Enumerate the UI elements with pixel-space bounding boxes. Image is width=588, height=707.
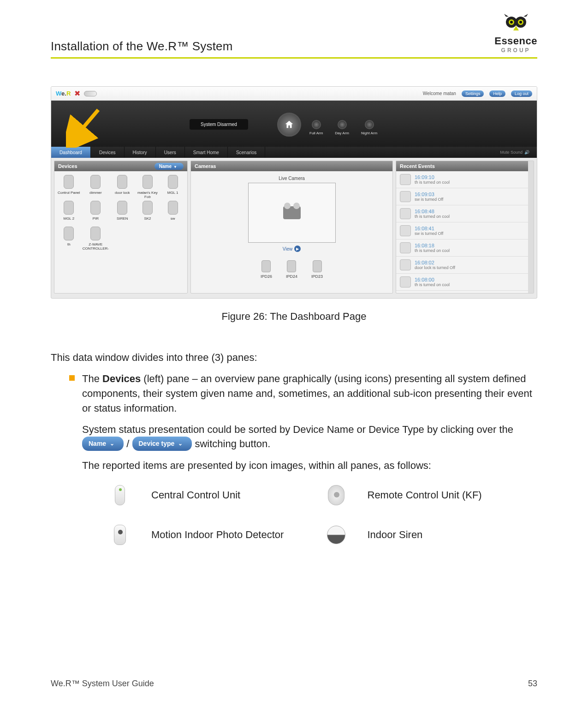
full-arm-button[interactable]: Full Arm [309,120,323,135]
device-item[interactable]: SIREN [111,201,134,225]
device-label: th [67,242,71,251]
device-label: MGL 1 [167,191,178,199]
event-row[interactable]: 16:08:00th is turned on cool [396,274,534,291]
device-item[interactable]: door lock [111,175,134,199]
device-icon [143,201,153,215]
device-type-pill-inline[interactable]: Device type [132,437,192,450]
device-icon [168,201,178,215]
device-item[interactable]: MGL 1 [161,175,184,199]
home-button[interactable] [277,113,301,137]
camera-thumb-label: IPD23 [311,274,323,279]
event-desc: sw is turned Off [415,231,443,236]
tab-smart-home[interactable]: Smart Home [185,147,228,158]
brand-logo: Essence GROUP [494,14,537,54]
device-item[interactable]: Z-WAVE CONTROLLER-0 [83,227,109,251]
svg-point-5 [519,21,522,24]
device-item[interactable]: PIR [83,201,109,225]
devices-pane: Devices Name Control Paneldimmerdoor loc… [54,161,188,294]
intro-text: This data window divides into three (3) … [51,350,537,365]
device-icon [90,201,101,215]
live-camera-view[interactable] [248,183,336,243]
keyfob-icon [326,482,346,508]
dashboard-screenshot: We.R ✖ Welcome matan Settings Help Log o… [51,86,537,299]
logout-button[interactable]: Log out [511,90,532,97]
event-time: 16:08:02 [415,260,455,265]
event-desc: sw is turned Off [415,197,443,202]
name-pill-inline[interactable]: Name [82,437,124,450]
tab-users[interactable]: Users [156,147,185,158]
device-item[interactable]: SK2 [136,201,160,225]
device-label: door lock [115,191,130,199]
para-sort: System status presentation could be sort… [82,422,537,452]
event-row[interactable]: 16:09:10th is turned on cool [396,171,534,188]
event-desc: th is turned on cool [415,214,450,219]
event-time: 16:08:41 [415,226,443,231]
event-time: 16:09:10 [415,174,450,180]
device-icon [64,175,74,189]
siren-label: Indoor Siren [368,527,538,542]
device-item[interactable]: th [57,227,81,251]
device-item[interactable]: sw [161,201,184,225]
sort-by-button[interactable]: Name [154,163,184,170]
tab-devices[interactable]: Devices [91,147,125,158]
event-row[interactable]: 16:07:52sw is turned Off [396,291,534,293]
welcome-text: Welcome matan [423,91,456,96]
home-icon [284,120,294,130]
night-arm-button[interactable]: Night Arm [361,120,377,135]
tab-history[interactable]: History [125,147,156,158]
event-icon [400,208,411,219]
camera-thumb-icon [287,260,296,272]
svg-point-4 [510,21,513,24]
event-row[interactable]: 16:08:18th is turned on cool [396,240,534,257]
settings-button[interactable]: Settings [462,90,484,97]
event-desc: th is turned on cool [415,248,450,253]
device-icon [117,201,127,215]
tab-dashboard[interactable]: Dashboard [51,147,91,158]
cameras-pane-title: Cameras [195,163,216,169]
event-icon [400,174,411,185]
camera-thumb[interactable]: IPD23 [311,260,323,279]
footer-page-number: 53 [528,679,537,689]
camera-thumb-label: IPD24 [286,274,297,279]
help-button[interactable]: Help [489,90,505,97]
device-label: PIR [93,216,99,225]
system-status: System Disarmed [190,119,248,130]
device-item[interactable]: matan's Key Fob [136,175,160,199]
device-item[interactable]: MGL 2 [57,201,81,225]
event-row[interactable]: 16:08:48th is turned on cool [396,205,534,222]
view-button[interactable]: View▶ [283,246,301,252]
event-time: 16:08:48 [415,209,450,214]
ccu-icon [110,482,130,508]
header-rule [51,57,537,59]
camera-thumb-label: IPD26 [261,274,272,279]
device-label: dimmer [89,191,102,199]
tab-scenarios[interactable]: Scenarios [228,147,265,158]
device-icon [117,175,127,189]
devices-pane-title: Devices [58,163,77,169]
device-item[interactable]: dimmer [83,175,109,199]
owl-icon [503,14,529,34]
device-icon [90,175,101,189]
camera-thumb[interactable]: IPD26 [261,260,272,279]
event-time: 16:08:00 [415,277,450,282]
device-icon [143,175,153,189]
device-label: SK2 [144,216,151,225]
events-pane: Recent Events 16:09:10th is turned on co… [396,161,534,294]
camera-thumb[interactable]: IPD24 [286,260,297,279]
device-label: SIREN [117,216,128,225]
ccu-label: Central Control Unit [151,488,321,503]
events-pane-title: Recent Events [400,163,435,169]
device-item[interactable]: Control Panel [57,175,81,199]
event-row[interactable]: 16:08:41sw is turned Off [396,222,534,240]
event-time: 16:08:18 [415,243,450,248]
mute-sound-toggle[interactable]: Mute Sound🔊 [493,147,537,158]
event-desc: th is turned on cool [415,180,450,185]
scrollbar[interactable] [528,161,534,293]
event-row[interactable]: 16:09:03sw is turned Off [396,188,534,205]
event-row[interactable]: 16:08:02door lock is turned Off [396,257,534,274]
event-icon [400,259,411,270]
play-icon: ▶ [294,246,301,252]
day-arm-button[interactable]: Day Arm [335,120,349,135]
event-time: 16:09:03 [415,192,443,197]
pir-icon [110,522,130,548]
